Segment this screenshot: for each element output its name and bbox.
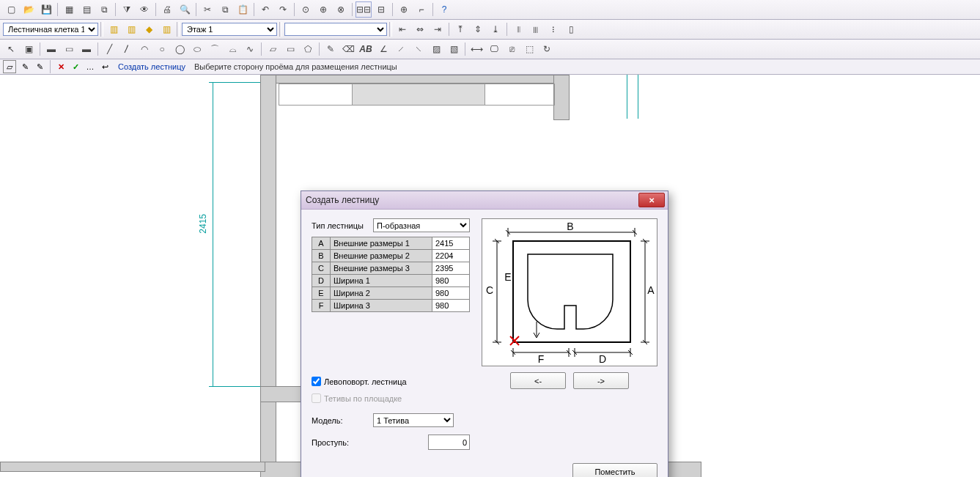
distribute-h-icon[interactable]: ⫴ xyxy=(510,21,526,37)
model-select[interactable]: 1 Тетива xyxy=(373,413,454,427)
polyline-icon[interactable]: 〳 xyxy=(119,41,135,57)
screen2-icon[interactable]: ⎚ xyxy=(504,41,520,57)
separator xyxy=(279,22,282,37)
blank-select[interactable] xyxy=(284,23,387,36)
spline-icon[interactable]: ∿ xyxy=(242,41,258,57)
filter-icon[interactable]: ⧩ xyxy=(119,1,135,18)
unlink-icon[interactable]: ⊟ xyxy=(373,1,389,18)
paste-icon[interactable]: 📋 xyxy=(235,1,251,18)
arc-icon[interactable]: ◠ xyxy=(136,41,152,57)
dim-icon[interactable]: ⟷ xyxy=(468,41,485,57)
angle-icon[interactable]: ∠ xyxy=(375,41,391,57)
back-icon[interactable]: ↩ xyxy=(99,61,111,73)
accept-icon[interactable]: ✓ xyxy=(70,61,81,73)
arc2-icon[interactable]: ⌒ xyxy=(207,41,223,57)
align-right-icon[interactable]: ⇥ xyxy=(430,21,446,37)
open-file-icon[interactable]: 📂 xyxy=(21,1,37,18)
pointer-icon[interactable]: ↖ xyxy=(3,41,19,57)
param-value[interactable]: 2395 xyxy=(432,262,470,275)
rect2-icon[interactable]: ▭ xyxy=(282,41,298,57)
next-button[interactable]: -> xyxy=(573,372,629,389)
distribute-v-icon[interactable]: ⫼ xyxy=(528,21,544,37)
save-icon[interactable]: 💾 xyxy=(38,1,54,18)
param-value[interactable]: 980 xyxy=(432,300,470,312)
properties-icon[interactable]: ⧉ xyxy=(96,1,112,18)
help-icon[interactable]: ? xyxy=(436,1,452,18)
arc3-icon[interactable]: ⌓ xyxy=(224,41,240,57)
snap1-icon[interactable]: ⊙ xyxy=(298,1,314,18)
copy-icon[interactable]: ⧉ xyxy=(217,1,233,18)
separator xyxy=(177,22,180,37)
layer-icon-4[interactable]: ▥ xyxy=(158,21,174,37)
measure2-icon[interactable]: ⟍ xyxy=(410,41,427,57)
mode3-icon[interactable]: ✎ xyxy=(34,61,45,73)
marquee-icon[interactable]: ▣ xyxy=(21,41,37,57)
refresh-icon[interactable]: ↻ xyxy=(539,41,555,57)
box3d-icon[interactable]: ⬚ xyxy=(521,41,537,57)
pencil-icon[interactable]: ✎ xyxy=(323,41,339,57)
align-center-h-icon[interactable]: ⇔ xyxy=(412,21,428,37)
align-bottom-icon[interactable]: ⤓ xyxy=(487,21,504,37)
drawing-canvas[interactable]: 2415 Создать лестницу ✕ Тип лестницы П-о… xyxy=(0,75,980,477)
left-turn-checkbox[interactable] xyxy=(312,377,321,386)
undo-icon[interactable]: ↶ xyxy=(257,1,273,18)
separator xyxy=(50,60,51,73)
layer-icon-3[interactable]: ◆ xyxy=(141,21,157,37)
align-middle-icon[interactable]: ⇕ xyxy=(470,21,486,37)
cancel-icon[interactable]: ✕ xyxy=(55,61,67,73)
prev-button[interactable]: <- xyxy=(510,372,566,389)
preview-icon[interactable]: 👁 xyxy=(136,1,152,18)
edit-mode-icon[interactable]: ▱ xyxy=(3,60,16,73)
distribute-3-icon[interactable]: ⫶ xyxy=(545,21,561,37)
more-icon[interactable]: … xyxy=(84,61,96,73)
align-left-icon[interactable]: ⇤ xyxy=(394,21,410,37)
corner-icon[interactable]: ⌐ xyxy=(413,1,430,18)
floor-select[interactable]: Этаж 1 xyxy=(182,23,277,36)
wall-icon[interactable]: ▬ xyxy=(43,41,59,57)
wall2-icon[interactable]: ▭ xyxy=(61,41,77,57)
link-icon[interactable]: ⊟⊟ xyxy=(355,1,372,18)
stair-type-select[interactable]: П-образная xyxy=(373,218,470,232)
erase-icon[interactable]: ⌫ xyxy=(340,41,356,57)
poly-icon[interactable]: ⬠ xyxy=(300,41,316,57)
redo-icon[interactable]: ↷ xyxy=(275,1,291,18)
align-top-icon[interactable]: ⤒ xyxy=(452,21,468,37)
grid-icon[interactable]: ▦ xyxy=(61,1,77,18)
svg-text:B: B xyxy=(567,221,573,232)
table-icon[interactable]: ▤ xyxy=(78,1,95,18)
param-name: Внешние размеры 3 xyxy=(331,262,432,275)
close-button[interactable]: ✕ xyxy=(638,193,665,207)
text-icon[interactable]: AB xyxy=(358,41,374,57)
circle2-icon[interactable]: ◯ xyxy=(172,41,188,57)
snap3-icon[interactable]: ⊗ xyxy=(333,1,349,18)
param-value[interactable]: 980 xyxy=(432,275,470,287)
tread-input[interactable] xyxy=(428,435,470,450)
print-icon[interactable]: 🖨 xyxy=(159,1,175,18)
param-value[interactable]: 2415 xyxy=(432,237,470,250)
target-icon[interactable]: ⊕ xyxy=(396,1,412,18)
rect-icon[interactable]: ▱ xyxy=(265,41,281,57)
separator xyxy=(97,42,98,56)
wall3-icon[interactable]: ▬ xyxy=(78,41,95,57)
layer-icon-2[interactable]: ▥ xyxy=(123,21,139,37)
place-button[interactable]: Поместить xyxy=(572,463,657,477)
screen-icon[interactable]: 🖵 xyxy=(486,41,502,57)
cut-icon[interactable]: ✂ xyxy=(199,1,215,18)
fill-icon[interactable]: ▧ xyxy=(446,41,462,57)
new-file-icon[interactable]: ▢ xyxy=(3,1,19,18)
distribute-4-icon[interactable]: ▯ xyxy=(563,21,579,37)
measure-icon[interactable]: ⟋ xyxy=(393,41,409,57)
circle-icon[interactable]: ○ xyxy=(154,41,170,57)
dialog-titlebar[interactable]: Создать лестницу ✕ xyxy=(301,191,668,210)
layer-select[interactable]: Лестничная клетка 1 xyxy=(3,23,98,36)
layer-icon-1[interactable]: ▥ xyxy=(106,21,122,37)
param-value[interactable]: 2204 xyxy=(432,250,470,262)
line-icon[interactable]: ╱ xyxy=(101,41,117,57)
print-preview-icon[interactable]: 🔍 xyxy=(177,1,193,18)
snap2-icon[interactable]: ⊕ xyxy=(315,1,331,18)
mode2-icon[interactable]: ✎ xyxy=(19,61,31,73)
param-name: Ширина 1 xyxy=(331,275,432,287)
ellipse-icon[interactable]: ⬭ xyxy=(189,41,205,57)
param-value[interactable]: 980 xyxy=(432,287,470,300)
hatch-icon[interactable]: ▨ xyxy=(428,41,444,57)
